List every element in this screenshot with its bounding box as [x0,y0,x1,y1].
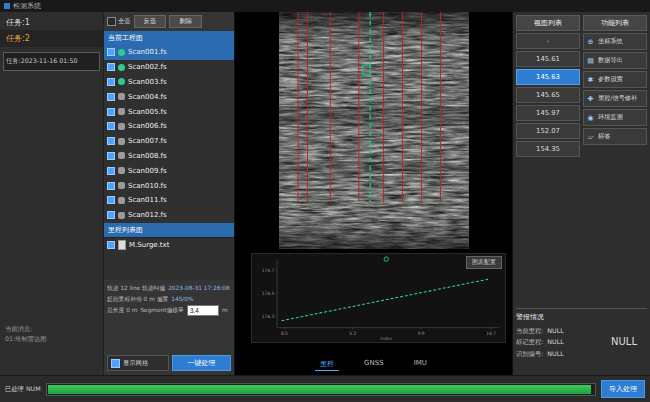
alarm-row-value: NULL [547,325,563,336]
scan-file-name: Scan006.fs [128,122,167,130]
alarm-row-label: 当前里程: [516,325,543,336]
settings-summary: 轨迹 12 line 轨迹纠偏 2023-08-31 17:26:08 起始里程… [104,280,234,316]
function-label: 数据导出 [598,56,623,65]
main-body: 任务:1 任务:2 任务:2023-11-16 01:50 当前消息: 01:绘… [0,12,650,375]
scan-file-item[interactable]: Scan004.fs [104,89,234,104]
alarm-panel: 警报情况 当前里程:NULL标记里程:NULL识别编号:NULL NULL [516,308,647,372]
window-title: 检测系统 [13,0,41,12]
environment-monitor-icon: ◉ [586,114,595,122]
checkbox-icon[interactable] [107,137,115,145]
project-files-header: 当前工程图 [104,31,234,45]
scan-file-item[interactable]: Scan006.fs [104,119,234,134]
checkbox-icon[interactable] [107,167,115,175]
settings-line3: 总长度 0 m [107,305,137,316]
svg-text:14.7: 14.7 [486,331,496,336]
settings-line2-value: 145/0% [171,294,193,305]
svg-text:5.2: 5.2 [349,331,356,336]
scan-status-icon [118,93,125,100]
function-button[interactable]: ✱参数设置 [583,71,647,88]
checkbox-icon[interactable] [107,211,115,219]
checkbox-icon[interactable] [107,63,115,71]
scan-file-name: Scan001.fs [128,48,167,56]
one-key-process-button[interactable]: 一键处理 [172,355,232,371]
function-label: 标签 [598,132,610,141]
scan-file-item[interactable]: Scan008.fs [104,149,234,164]
app-window: 检测系统 任务:1 任务:2 任务:2023-11-16 01:50 当前消息:… [0,0,650,402]
mileage-chart-panel: 图表配置 174.3174.5174.70.55.29.914.7index [251,253,506,343]
invert-selection-button[interactable]: 反选 [134,15,167,28]
function-button[interactable]: ▱标签 [583,128,647,145]
scan-file-item[interactable]: Scan001.fs [104,45,234,60]
scan-status-icon [118,197,125,204]
grid-toggle-label: 显示网格 [123,359,148,368]
function-label: 里程/信号修补 [598,94,637,103]
scan-file-item[interactable]: Scan002.fs [104,60,234,75]
file-panel-footer: 显示网格 一键处理 [104,351,234,375]
view-list-item[interactable]: 152.07 [516,123,580,139]
checkbox-icon[interactable] [107,17,116,26]
scan-file-item[interactable]: Scan007.fs [104,134,234,149]
repair-icon: ✚ [586,95,595,103]
checkbox-icon[interactable] [111,359,120,368]
alarm-rows: 当前里程:NULL标记里程:NULL识别编号:NULL [516,325,564,359]
track-file-name: M.Surge.txt [129,241,170,249]
grid-toggle-button[interactable]: 显示网格 [107,355,169,371]
track-file-item[interactable]: M.Surge.txt [104,238,234,253]
chart-config-button[interactable]: 图表配置 [466,256,502,269]
scan-status-icon [118,64,125,71]
segment-offset-input[interactable] [187,305,219,316]
view-list-item[interactable]: 145.61 [516,51,580,67]
checkbox-icon[interactable] [107,196,115,204]
task-item-1[interactable]: 任务:1 [0,12,103,30]
view-list-item[interactable]: 145.63 [516,69,580,85]
view-list-item[interactable]: 145.65 [516,87,580,103]
alarm-row-label: 识别编号: [516,348,543,359]
checkbox-icon[interactable] [107,108,115,116]
task-item-2[interactable]: 任务:2 [0,30,103,47]
function-button[interactable]: ⊕坐标系统 [583,33,647,50]
checkbox-icon[interactable] [107,241,115,249]
checkbox-icon[interactable] [107,48,115,56]
alarm-panel-header: 警报情况 [516,312,647,322]
scan-file-item[interactable]: Scan010.fs [104,178,234,193]
tab-imu[interactable]: IMU [409,358,432,371]
processed-label: 已处理 NUM [5,385,41,394]
radar-scan-image[interactable] [279,12,469,249]
settings-line2: 起始里程补偿 0 m 偏置 [107,294,168,305]
alarm-panel-body: 当前里程:NULL标记里程:NULL识别编号:NULL NULL [516,325,647,359]
scan-file-item[interactable]: Scan003.fs [104,75,234,90]
checkbox-icon[interactable] [107,182,115,190]
alarm-row-value: NULL [547,336,563,347]
file-panel: 全选 反选 删除 当前工程图 Scan001.fsScan002.fsScan0… [103,12,235,375]
function-list: ⊕坐标系统▤数据导出✱参数设置✚里程/信号修补◉环境监测▱标签 [583,33,647,145]
import-process-button[interactable]: 导入处理 [601,380,645,398]
scan-file-item[interactable]: Scan009.fs [104,163,234,178]
view-list-item[interactable]: - [516,33,580,49]
scan-file-item[interactable]: Scan012.fs [104,208,234,223]
status-bar: 已处理 NUM 导入处理 [0,375,650,402]
checkbox-icon[interactable] [107,152,115,160]
scan-file-name: Scan008.fs [128,152,167,160]
checkbox-icon[interactable] [107,93,115,101]
function-button[interactable]: ▤数据导出 [583,52,647,69]
view-list-item[interactable]: 145.97 [516,105,580,121]
delete-button[interactable]: 删除 [169,15,202,28]
scan-file-name: Scan003.fs [128,78,167,86]
function-button[interactable]: ✚里程/信号修补 [583,90,647,107]
svg-text:index: index [380,336,392,341]
view-list: -145.61145.63145.65145.97152.07154.35 [516,33,580,157]
view-list-item[interactable]: 154.35 [516,141,580,157]
checkbox-icon[interactable] [107,122,115,130]
scan-list: Scan001.fsScan002.fsScan003.fsScan004.fs… [104,45,234,223]
track-file-list: M.Surge.txt [104,237,234,280]
checkbox-icon[interactable] [107,78,115,86]
settings-icon: ✱ [586,76,595,84]
scan-file-item[interactable]: Scan011.fs [104,193,234,208]
function-button[interactable]: ◉环境监测 [583,109,647,126]
tab-gnss[interactable]: GNSS [359,358,389,371]
scan-file-item[interactable]: Scan005.fs [104,104,234,119]
tab-里程[interactable]: 里程 [315,358,339,371]
select-all-checkbox[interactable]: 全选 [107,17,131,26]
task-timestamp: 任务:2023-11-16 01:50 [3,52,100,71]
viewer-tabs: 里程GNSSIMU [235,358,512,371]
